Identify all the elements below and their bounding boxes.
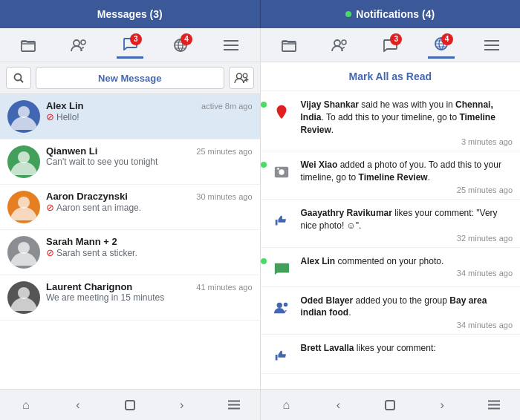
top-header: Messages (3) Notifications (4) [0, 0, 520, 28]
notification-text: Gaayathry Ravikumar likes your comment: … [301, 207, 513, 232]
notification-item[interactable]: Wei Xiao added a photo of you. To add th… [261, 151, 521, 200]
new-message-button[interactable]: New Message [36, 67, 224, 89]
notification-item[interactable]: Alex Lin commented on your photo. 34 min… [261, 248, 521, 287]
notification-time: 34 minutes ago [301, 269, 513, 278]
notification-item[interactable]: Vijay Shankar said he was with you in Ch… [261, 91, 521, 151]
left-nav-folder-icon[interactable] [15, 32, 42, 59]
avatar [7, 145, 40, 178]
notification-icon [268, 342, 295, 369]
right-nav-chat-icon[interactable]: 3 [377, 32, 403, 59]
left-nav-people-icon[interactable] [65, 32, 92, 59]
left-nav-menu-icon[interactable] [218, 32, 244, 59]
notification-text: Vijay Shankar said he was with you in Ch… [301, 99, 513, 136]
notification-icon [268, 207, 295, 234]
bottom-right-home2-icon[interactable] [379, 394, 401, 416]
bottom-left-nav: ⌂ ‹ › [0, 390, 261, 420]
svg-point-29 [276, 302, 282, 307]
message-content: Alex Lin active 8m ago ⊘Hello! [46, 100, 253, 122]
message-sender-name: Aaron Draczynski [46, 191, 128, 202]
message-item[interactable]: Aaron Draczynski 30 minutes ago ⊘Aaron s… [0, 185, 260, 230]
bottom-left-back-icon[interactable]: ‹ [67, 394, 89, 416]
left-chat-badge: 3 [130, 33, 142, 45]
bottom-right-forward-icon[interactable]: › [431, 394, 453, 416]
main-content: New Message Alex Lin active 8m ago ⊘Hell… [0, 62, 520, 389]
bottom-nav: ⌂ ‹ › ⌂ ‹ › [0, 389, 520, 420]
messages-header-title: Messages (3) [97, 8, 163, 20]
message-content: Sarah Mann + 2 ⊘Sarah sent a sticker. [46, 236, 253, 258]
svg-point-1 [74, 40, 79, 46]
svg-point-17 [243, 73, 247, 78]
left-globe-badge: 4 [181, 33, 192, 45]
right-nav-globe-icon[interactable]: 4 [428, 32, 455, 59]
right-chat-badge: 3 [390, 33, 402, 45]
svg-point-23 [18, 242, 30, 254]
bottom-right-nav: ⌂ ‹ › [261, 390, 521, 420]
bottom-right-home-icon[interactable]: ⌂ [275, 394, 297, 416]
message-item[interactable]: Sarah Mann + 2 ⊘Sarah sent a sticker. [0, 230, 260, 275]
new-message-label: New Message [98, 73, 161, 84]
notifications-panel: Mark All as Read Vijay Shankar said he w… [261, 62, 521, 389]
left-nav-chat-icon[interactable]: 3 [117, 32, 143, 59]
message-content: Aaron Draczynski 30 minutes ago ⊘Aaron s… [46, 191, 253, 213]
notification-text: Oded Blayer added you to the group Bay a… [301, 295, 513, 320]
notification-icon-wrap [268, 159, 295, 186]
message-time: 30 minutes ago [196, 192, 252, 201]
notifications-header-panel: Notifications (4) [261, 0, 521, 28]
message-content: Qianwen Li 25 minutes ago Can't wait to … [46, 145, 253, 167]
right-nav-menu-icon[interactable] [478, 32, 505, 59]
notification-text: Alex Lin commented on your photo. [301, 255, 513, 268]
notification-time: 25 minutes ago [301, 186, 513, 194]
svg-point-8 [334, 40, 340, 46]
online-dot [345, 11, 351, 17]
notification-item[interactable]: Gaayathry Ravikumar likes your comment: … [261, 200, 521, 248]
message-item[interactable]: Laurent Charignon 41 minutes ago We are … [0, 275, 260, 321]
message-preview: We are meeting in 15 minutes [46, 292, 253, 303]
notification-icon-wrap [268, 255, 295, 282]
right-nav-folder-icon[interactable] [276, 32, 302, 59]
unread-dot [261, 258, 267, 264]
message-content: Laurent Charignon 41 minutes ago We are … [46, 281, 253, 303]
bottom-right-menu-icon[interactable] [483, 394, 505, 416]
mark-all-label: Mark All as Read [348, 70, 432, 82]
error-icon: ⊘ [46, 111, 54, 122]
message-sender-name: Sarah Mann + 2 [46, 236, 117, 247]
bottom-left-forward-icon[interactable]: › [171, 394, 193, 416]
messages-toolbar: New Message [0, 62, 260, 94]
messages-header-panel: Messages (3) [0, 0, 261, 28]
nav-icon-bar: 3 4 3 4 [0, 28, 520, 62]
right-nav-people-icon[interactable] [326, 32, 353, 59]
unread-dot [261, 102, 267, 108]
new-group-button[interactable] [229, 67, 254, 89]
bottom-right-back-icon[interactable]: ‹ [327, 394, 349, 416]
notification-item[interactable]: Oded Blayer added you to the group Bay a… [261, 287, 521, 335]
right-globe-badge: 4 [441, 33, 453, 45]
avatar [7, 236, 40, 269]
notification-text: Brett Lavalla likes your comment: [301, 342, 513, 355]
message-time: 25 minutes ago [196, 147, 252, 156]
svg-rect-7 [282, 42, 296, 51]
avatar [7, 191, 40, 223]
notification-icon-wrap [268, 99, 295, 125]
error-icon: ⊘ [46, 202, 54, 213]
mark-all-read-button[interactable]: Mark All as Read [261, 62, 521, 91]
notification-content: Gaayathry Ravikumar likes your comment: … [301, 207, 513, 243]
left-nav-globe-icon[interactable]: 4 [167, 32, 194, 59]
svg-point-21 [18, 151, 30, 163]
svg-point-14 [15, 74, 22, 81]
notification-content: Alex Lin commented on your photo. 34 min… [301, 255, 513, 278]
message-item[interactable]: Qianwen Li 25 minutes ago Can't wait to … [0, 140, 260, 185]
bottom-left-home-icon[interactable]: ⌂ [15, 394, 37, 416]
notification-item[interactable]: Brett Lavalla likes your comment: [261, 335, 521, 374]
svg-point-9 [342, 40, 346, 45]
notification-icon-wrap [268, 207, 295, 234]
message-sender-name: Qianwen Li [46, 145, 97, 157]
search-button[interactable] [6, 67, 31, 89]
notification-text: Wei Xiao added a photo of you. To add th… [301, 159, 513, 184]
svg-point-24 [18, 287, 30, 299]
svg-rect-0 [22, 42, 35, 51]
svg-rect-35 [386, 401, 394, 410]
right-nav-panel: 3 4 [261, 28, 521, 62]
bottom-left-menu-icon[interactable] [223, 394, 245, 416]
message-item[interactable]: Alex Lin active 8m ago ⊘Hello! [0, 94, 260, 140]
bottom-left-home2-icon[interactable] [119, 394, 141, 416]
